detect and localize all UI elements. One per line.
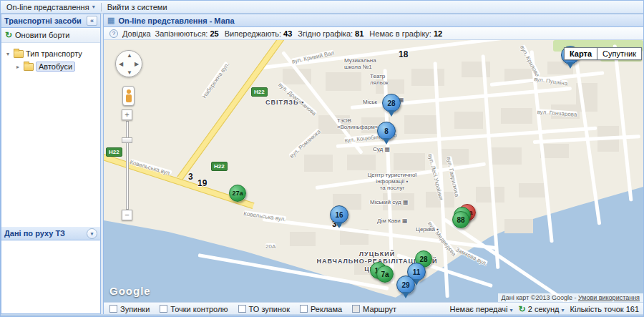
chevron-down-icon[interactable]: ▾ [87, 228, 97, 239]
refresh-icon: ↻ [519, 304, 526, 314]
map-layers-toolbar: ЗупинкиТочки контролюТО зупинокРекламаМа… [104, 302, 643, 315]
menu-online-view[interactable]: On-line представлення ▾ [1, 1, 101, 13]
map-label: Міський суд ▦ [370, 199, 408, 205]
vehicle-marker-27а[interactable]: 27а [229, 185, 246, 202]
pan-down-icon[interactable]: ▼ [127, 69, 132, 76]
tree-node-label: Тип транспорту [26, 49, 82, 58]
checkbox-box[interactable] [238, 305, 246, 313]
collapse-icon[interactable]: « [87, 16, 97, 26]
vehicle-marker-29[interactable]: 29 [396, 275, 415, 294]
checkbox-label: Зупинки [120, 305, 150, 313]
checkbox-label: Маршрут [363, 305, 396, 313]
map-label: Театр ляльок [370, 73, 389, 86]
interval-label: 2 секунд [528, 305, 560, 313]
building-block [304, 155, 333, 172]
schedule-stat: Запізнюються: 25 [155, 29, 219, 38]
zoom-in-button[interactable]: + [122, 109, 132, 120]
layer-checkbox-Зупинки[interactable]: Зупинки [109, 305, 150, 313]
building-block [290, 232, 316, 246]
sidebar: Транспортні засоби « ↻ Оновити борти ▾ Т… [1, 14, 101, 314]
route-number: 3 [188, 172, 193, 182]
refresh-interval-dropdown[interactable]: ↻ 2 секунд ▾ [519, 304, 565, 314]
vehicle-marker-28[interactable]: 28 [382, 94, 401, 112]
checkbox-box[interactable] [352, 305, 360, 313]
map-type-satellite-button[interactable]: Супутник [597, 47, 642, 60]
pegman-icon [127, 89, 131, 94]
zoom-slider-handle[interactable] [122, 137, 132, 143]
building-block [454, 112, 483, 129]
tree-expand-icon[interactable]: ▾ [4, 51, 11, 57]
map-label: ТзОВ «Волиньфарм» [337, 117, 378, 130]
street-line [613, 44, 633, 201]
refresh-icon: ↻ [5, 30, 12, 40]
map-pan-control[interactable]: ▲ ▼ ◀ ▶ [115, 50, 142, 77]
checkbox-label: Точки контролю [170, 305, 228, 313]
tree-node-label-selected: Автобуси [36, 62, 75, 72]
zoom-slider-track[interactable] [126, 121, 129, 210]
building-block [490, 147, 522, 165]
building-block [440, 149, 469, 165]
schedule-stat: Випереджають: 43 [225, 29, 293, 38]
main-title: On-line представлення - Мапа [118, 16, 234, 25]
checkbox-box[interactable] [109, 305, 117, 313]
map-label: Музикальна школа №1 [344, 57, 376, 70]
vehicle-marker-8[interactable]: 8 [377, 122, 396, 140]
zoom-out-button[interactable]: − [122, 210, 132, 220]
points-count-label: Кількість точок [570, 305, 624, 313]
status-infobar: ? Довідка Запізнюються: 25Випереджають: … [104, 27, 643, 40]
main-road [177, 40, 284, 180]
layer-checkboxes: ЗупинкиТочки контролюТО зупинокРекламаМа… [109, 305, 396, 313]
no-transfer-dropdown[interactable]: Немає передачі ▾ [450, 305, 513, 313]
checkbox-box[interactable] [300, 305, 308, 313]
layer-checkbox-ТО зупинок[interactable]: ТО зупинок [238, 305, 290, 313]
route-number: 19 [197, 178, 207, 188]
map-label: 20А [265, 243, 275, 247]
map-label: Набережна вул. [201, 61, 228, 97]
app-window: On-line представлення ▾ Вийти з системи … [0, 0, 644, 317]
pan-right-icon[interactable]: ▶ [135, 61, 139, 67]
stat-value: 81 [355, 29, 364, 38]
pegman-icon [126, 94, 132, 102]
building-block [411, 69, 444, 86]
tree-collapse-icon[interactable]: ▸ [14, 64, 21, 70]
tree-node-buses[interactable]: ▸ Автобуси [4, 60, 97, 73]
vehicle-marker-88[interactable]: 88 [452, 211, 469, 228]
menu-logout[interactable]: Вийти з системи [102, 1, 173, 13]
refresh-boards-button[interactable]: Оновити борти [15, 31, 69, 39]
menu-logout-label: Вийти з системи [107, 3, 167, 11]
layer-checkbox-Точки контролю[interactable]: Точки контролю [160, 305, 228, 313]
vehicle-marker-16[interactable]: 16 [330, 205, 348, 224]
map-label: Церква ▪ [416, 226, 439, 233]
building-block [501, 108, 532, 124]
help-icon[interactable]: ? [109, 29, 118, 38]
map-label: Міськ [363, 99, 377, 105]
tree-node-transport-type[interactable]: ▾ Тип транспорту [4, 47, 97, 60]
building-block [326, 72, 361, 91]
chevron-down-icon: ▾ [510, 307, 513, 313]
folder-icon [14, 50, 24, 58]
help-label[interactable]: Довідка [122, 29, 151, 38]
checkbox-label: ТО зупинок [249, 305, 290, 313]
map-label: Центр туристичної інформації ▪ та послуг [353, 172, 431, 192]
pegman-control[interactable] [122, 86, 135, 106]
layer-checkbox-Реклама[interactable]: Реклама [300, 305, 342, 313]
menubar: On-line представлення ▾ Вийти з системи [1, 1, 644, 14]
vehicle-marker-7а[interactable]: 7а [376, 265, 394, 283]
stat-value: 12 [434, 29, 442, 38]
terms-link[interactable]: Умови використання [578, 294, 640, 301]
map-type-map-button[interactable]: Карта [564, 47, 597, 60]
schedule-stat: Згідно графіка: 81 [298, 29, 364, 38]
stat-label: Запізнюються: [155, 29, 210, 38]
building-block [347, 155, 376, 170]
stat-value: 25 [210, 29, 218, 38]
pan-left-icon[interactable]: ◀ [119, 61, 123, 67]
map-canvas[interactable]: вул. Кривий Валвул. Драгомановавул. Коцю… [104, 40, 643, 302]
chevron-down-icon: ▾ [92, 4, 95, 10]
window-bottom-edge [1, 314, 644, 317]
building-block [404, 115, 437, 134]
layer-checkbox-Маршрут[interactable]: Маршрут [352, 305, 396, 313]
movement-data-panel-header[interactable]: Дані по руху ТЗ ▾ [1, 227, 100, 240]
pan-up-icon[interactable]: ▲ [127, 52, 132, 59]
transport-tree: ▾ Тип транспорту ▸ Автобуси [1, 43, 100, 226]
checkbox-box[interactable] [160, 305, 167, 313]
